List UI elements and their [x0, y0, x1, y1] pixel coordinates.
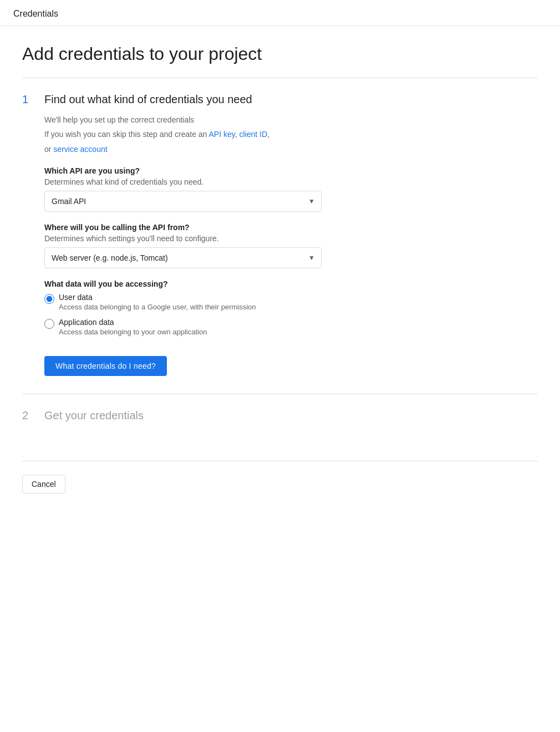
page-title: Credentials	[13, 9, 58, 18]
what-credentials-button[interactable]: What credentials do I need?	[44, 356, 167, 376]
page-header: Credentials	[0, 0, 560, 26]
api-select-wrapper: Gmail API Google Drive API YouTube Data …	[44, 191, 322, 212]
app-data-label: Application data	[59, 318, 207, 327]
client-id-link[interactable]: client ID	[240, 130, 268, 139]
where-calling-section: Where will you be calling the API from? …	[44, 223, 538, 268]
data-radio-group: User data Access data belonging to a Goo…	[44, 293, 538, 336]
what-data-label: What data will you be accessing?	[44, 279, 538, 288]
app-data-desc: Access data belonging to your own applic…	[59, 328, 207, 336]
where-calling-label: Where will you be calling the API from?	[44, 223, 538, 232]
calling-select-wrapper: Web server (e.g. node.js, Tomcat) Web br…	[44, 247, 322, 268]
cta-button-wrapper: What credentials do I need?	[44, 356, 167, 376]
user-data-desc: Access data belonging to a Google user, …	[59, 303, 256, 311]
helper-text-1: We'll help you set up the correct creden…	[44, 114, 538, 126]
step1-title: Find out what kind of credentials you ne…	[44, 92, 252, 107]
step2-number: 2	[22, 408, 35, 423]
which-api-section: Which API are you using? Determines what…	[44, 166, 538, 212]
helper-text-2: If you wish you can skip this step and c…	[44, 128, 538, 140]
api-key-link[interactable]: API key	[209, 130, 235, 139]
what-data-section: What data will you be accessing? User da…	[44, 279, 538, 336]
step1-number: 1	[22, 92, 35, 107]
bottom-actions: Cancel	[22, 461, 538, 494]
step2-title: Get your credentials	[44, 408, 144, 423]
app-data-radio-option[interactable]: Application data Access data belonging t…	[44, 318, 538, 336]
step1-header: 1 Find out what kind of credentials you …	[22, 92, 538, 107]
service-account-link[interactable]: service account	[53, 145, 107, 154]
main-content: Add credentials to your project 1 Find o…	[0, 26, 560, 516]
calling-select[interactable]: Web server (e.g. node.js, Tomcat) Web br…	[44, 247, 322, 268]
user-data-radio-option[interactable]: User data Access data belonging to a Goo…	[44, 293, 538, 311]
user-data-radio[interactable]	[44, 294, 54, 304]
step1-body: We'll help you set up the correct creden…	[22, 114, 538, 376]
where-calling-desc: Determines which settings you'll need to…	[44, 234, 538, 243]
divider-top	[22, 78, 538, 78]
step2-header: 2 Get your credentials	[22, 408, 538, 423]
api-select[interactable]: Gmail API Google Drive API YouTube Data …	[44, 191, 322, 212]
step1-container: 1 Find out what kind of credentials you …	[22, 92, 538, 376]
which-api-label: Which API are you using?	[44, 166, 538, 175]
app-data-radio[interactable]	[44, 319, 54, 329]
cancel-button[interactable]: Cancel	[22, 475, 65, 494]
which-api-desc: Determines what kind of credentials you …	[44, 177, 538, 186]
helper-text-3: or service account	[44, 143, 538, 155]
step2-container: 2 Get your credentials	[22, 394, 538, 443]
section-heading: Add credentials to your project	[22, 44, 538, 64]
user-data-label: User data	[59, 293, 256, 302]
